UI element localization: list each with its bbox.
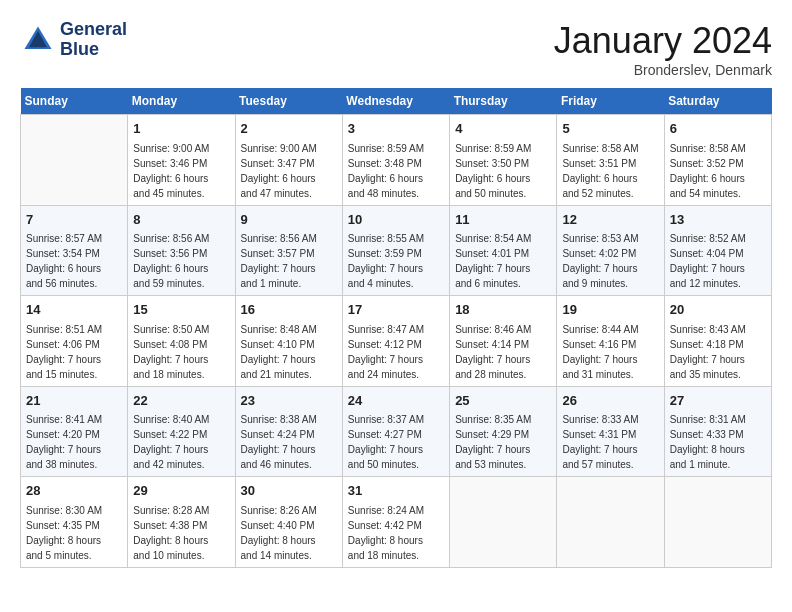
calendar-cell: 28Sunrise: 8:30 AMSunset: 4:35 PMDayligh… <box>21 477 128 568</box>
day-info: Sunrise: 8:30 AMSunset: 4:35 PMDaylight:… <box>26 503 122 563</box>
day-info-line: Sunset: 4:31 PM <box>562 429 636 440</box>
day-info: Sunrise: 8:28 AMSunset: 4:38 PMDaylight:… <box>133 503 229 563</box>
day-info-line: Sunset: 4:14 PM <box>455 339 529 350</box>
day-info-line: Sunrise: 8:46 AM <box>455 324 531 335</box>
column-header-sunday: Sunday <box>21 88 128 115</box>
day-info-line: and 14 minutes. <box>241 550 312 561</box>
day-info-line: Sunset: 4:12 PM <box>348 339 422 350</box>
day-info-line: Daylight: 7 hours <box>455 444 530 455</box>
day-info-line: Sunrise: 8:31 AM <box>670 414 746 425</box>
day-info-line: Sunset: 3:47 PM <box>241 158 315 169</box>
day-number: 18 <box>455 300 551 320</box>
calendar-cell: 31Sunrise: 8:24 AMSunset: 4:42 PMDayligh… <box>342 477 449 568</box>
day-info: Sunrise: 9:00 AMSunset: 3:47 PMDaylight:… <box>241 141 337 201</box>
day-number: 30 <box>241 481 337 501</box>
day-info: Sunrise: 8:50 AMSunset: 4:08 PMDaylight:… <box>133 322 229 382</box>
day-info-line: Daylight: 8 hours <box>348 535 423 546</box>
logo: General Blue <box>20 20 127 60</box>
day-info-line: and 59 minutes. <box>133 278 204 289</box>
day-number: 7 <box>26 210 122 230</box>
day-number: 22 <box>133 391 229 411</box>
day-info-line: Daylight: 8 hours <box>670 444 745 455</box>
page-header: General Blue January 2024 Bronderslev, D… <box>20 20 772 78</box>
day-info: Sunrise: 8:59 AMSunset: 3:50 PMDaylight:… <box>455 141 551 201</box>
calendar-cell: 8Sunrise: 8:56 AMSunset: 3:56 PMDaylight… <box>128 205 235 296</box>
calendar-cell: 10Sunrise: 8:55 AMSunset: 3:59 PMDayligh… <box>342 205 449 296</box>
day-info-line: and 52 minutes. <box>562 188 633 199</box>
calendar-cell <box>21 115 128 206</box>
day-info-line: Sunset: 3:54 PM <box>26 248 100 259</box>
day-info-line: Daylight: 6 hours <box>241 173 316 184</box>
day-info: Sunrise: 8:40 AMSunset: 4:22 PMDaylight:… <box>133 412 229 472</box>
calendar-week-row: 21Sunrise: 8:41 AMSunset: 4:20 PMDayligh… <box>21 386 772 477</box>
day-info: Sunrise: 8:52 AMSunset: 4:04 PMDaylight:… <box>670 231 766 291</box>
day-info-line: Sunset: 3:59 PM <box>348 248 422 259</box>
day-info-line: Daylight: 7 hours <box>670 354 745 365</box>
day-info-line: and 56 minutes. <box>26 278 97 289</box>
day-number: 24 <box>348 391 444 411</box>
day-info: Sunrise: 8:56 AMSunset: 3:56 PMDaylight:… <box>133 231 229 291</box>
calendar-cell: 17Sunrise: 8:47 AMSunset: 4:12 PMDayligh… <box>342 296 449 387</box>
day-info-line: Sunrise: 8:50 AM <box>133 324 209 335</box>
day-number: 3 <box>348 119 444 139</box>
day-info: Sunrise: 8:43 AMSunset: 4:18 PMDaylight:… <box>670 322 766 382</box>
day-info-line: Sunrise: 8:38 AM <box>241 414 317 425</box>
day-number: 14 <box>26 300 122 320</box>
day-info-line: Sunset: 4:04 PM <box>670 248 744 259</box>
day-info-line: and 53 minutes. <box>455 459 526 470</box>
day-info-line: Sunrise: 8:44 AM <box>562 324 638 335</box>
calendar-cell: 14Sunrise: 8:51 AMSunset: 4:06 PMDayligh… <box>21 296 128 387</box>
column-header-saturday: Saturday <box>664 88 771 115</box>
day-info-line: Sunset: 4:22 PM <box>133 429 207 440</box>
day-info-line: Sunset: 3:46 PM <box>133 158 207 169</box>
column-header-wednesday: Wednesday <box>342 88 449 115</box>
day-number: 9 <box>241 210 337 230</box>
day-info-line: and 9 minutes. <box>562 278 628 289</box>
day-info: Sunrise: 8:53 AMSunset: 4:02 PMDaylight:… <box>562 231 658 291</box>
day-number: 15 <box>133 300 229 320</box>
day-info-line: Sunset: 4:24 PM <box>241 429 315 440</box>
day-info-line: Sunset: 4:16 PM <box>562 339 636 350</box>
day-number: 6 <box>670 119 766 139</box>
day-number: 13 <box>670 210 766 230</box>
day-info-line: Sunrise: 9:00 AM <box>241 143 317 154</box>
day-info-line: Daylight: 7 hours <box>241 354 316 365</box>
day-info-line: Sunset: 4:01 PM <box>455 248 529 259</box>
day-info-line: Daylight: 6 hours <box>133 263 208 274</box>
day-info-line: Sunrise: 8:53 AM <box>562 233 638 244</box>
day-info-line: and 47 minutes. <box>241 188 312 199</box>
day-info: Sunrise: 8:54 AMSunset: 4:01 PMDaylight:… <box>455 231 551 291</box>
day-info-line: Sunrise: 8:24 AM <box>348 505 424 516</box>
day-info: Sunrise: 8:44 AMSunset: 4:16 PMDaylight:… <box>562 322 658 382</box>
location-subtitle: Bronderslev, Denmark <box>554 62 772 78</box>
calendar-cell: 13Sunrise: 8:52 AMSunset: 4:04 PMDayligh… <box>664 205 771 296</box>
day-info: Sunrise: 8:33 AMSunset: 4:31 PMDaylight:… <box>562 412 658 472</box>
calendar-cell: 20Sunrise: 8:43 AMSunset: 4:18 PMDayligh… <box>664 296 771 387</box>
logo-icon <box>20 22 56 58</box>
day-number: 29 <box>133 481 229 501</box>
calendar-week-row: 7Sunrise: 8:57 AMSunset: 3:54 PMDaylight… <box>21 205 772 296</box>
day-info-line: Daylight: 7 hours <box>348 263 423 274</box>
day-info-line: Sunrise: 8:43 AM <box>670 324 746 335</box>
day-info: Sunrise: 8:24 AMSunset: 4:42 PMDaylight:… <box>348 503 444 563</box>
day-number: 19 <box>562 300 658 320</box>
day-info: Sunrise: 8:47 AMSunset: 4:12 PMDaylight:… <box>348 322 444 382</box>
day-info-line: Sunrise: 8:52 AM <box>670 233 746 244</box>
day-info-line: Sunrise: 8:28 AM <box>133 505 209 516</box>
day-info-line: Sunset: 3:57 PM <box>241 248 315 259</box>
column-header-thursday: Thursday <box>450 88 557 115</box>
calendar-cell: 29Sunrise: 8:28 AMSunset: 4:38 PMDayligh… <box>128 477 235 568</box>
day-info: Sunrise: 8:46 AMSunset: 4:14 PMDaylight:… <box>455 322 551 382</box>
day-info-line: and 15 minutes. <box>26 369 97 380</box>
day-info-line: Daylight: 8 hours <box>133 535 208 546</box>
day-info-line: Sunrise: 8:35 AM <box>455 414 531 425</box>
day-info-line: and 1 minute. <box>670 459 731 470</box>
day-info-line: Daylight: 7 hours <box>26 444 101 455</box>
calendar-cell: 11Sunrise: 8:54 AMSunset: 4:01 PMDayligh… <box>450 205 557 296</box>
calendar-cell: 6Sunrise: 8:58 AMSunset: 3:52 PMDaylight… <box>664 115 771 206</box>
day-info-line: and 31 minutes. <box>562 369 633 380</box>
day-info-line: Daylight: 7 hours <box>241 444 316 455</box>
calendar-cell: 19Sunrise: 8:44 AMSunset: 4:16 PMDayligh… <box>557 296 664 387</box>
day-info-line: Daylight: 6 hours <box>26 263 101 274</box>
day-info-line: and 28 minutes. <box>455 369 526 380</box>
